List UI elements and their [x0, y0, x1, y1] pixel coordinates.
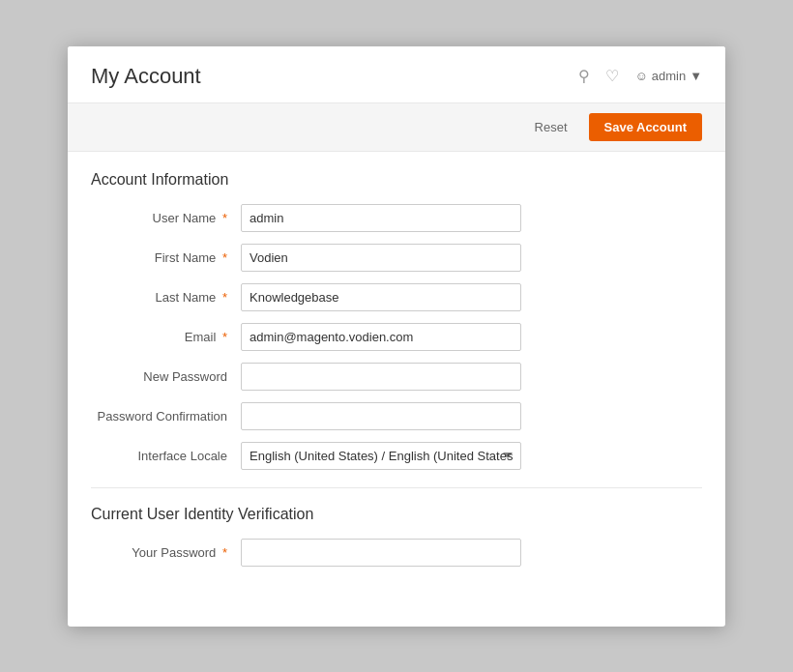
form-group-password-confirm: Password Confirmation: [91, 402, 702, 430]
page-title: My Account: [91, 64, 201, 89]
required-star: *: [222, 545, 227, 560]
required-star: *: [222, 250, 227, 265]
main-window: My Account ⚲ ♡ ☺ admin ▼ Reset Save Acco…: [68, 46, 725, 627]
admin-name: admin: [652, 69, 686, 83]
input-username[interactable]: [241, 204, 521, 232]
reset-button[interactable]: Reset: [523, 114, 579, 140]
header-actions: ⚲ ♡ ☺ admin ▼: [578, 67, 702, 85]
form-group-locale: Interface Locale English (United States)…: [91, 442, 702, 470]
form-group-email: Email *: [91, 323, 702, 351]
label-password-confirm: Password Confirmation: [91, 409, 241, 424]
verification-section: Current User Identity Verification Your …: [91, 506, 702, 567]
chevron-down-icon: ▼: [690, 69, 702, 83]
toolbar: Reset Save Account: [68, 103, 725, 152]
required-star: *: [222, 330, 227, 344]
label-current-password: Your Password *: [91, 545, 241, 560]
required-star: *: [222, 290, 227, 305]
label-email: Email *: [91, 330, 241, 344]
page-header: My Account ⚲ ♡ ☺ admin ▼: [68, 46, 725, 103]
save-button[interactable]: Save Account: [589, 113, 703, 141]
account-section: Account Information User Name * First Na…: [91, 171, 702, 470]
input-lastname[interactable]: [241, 283, 521, 311]
label-locale: Interface Locale: [91, 449, 241, 463]
input-new-password[interactable]: [241, 363, 521, 391]
input-current-password[interactable]: [241, 539, 521, 567]
user-icon: ☺: [634, 69, 647, 83]
form-content: Account Information User Name * First Na…: [68, 152, 725, 607]
label-new-password: New Password: [91, 369, 241, 384]
admin-menu[interactable]: ☺ admin ▼: [634, 69, 702, 83]
account-section-title: Account Information: [91, 171, 702, 189]
label-lastname: Last Name *: [91, 290, 241, 305]
verification-section-title: Current User Identity Verification: [91, 506, 702, 523]
input-password-confirm[interactable]: [241, 402, 521, 430]
label-username: User Name *: [91, 211, 241, 225]
form-group-current-password: Your Password *: [91, 539, 702, 567]
form-group-new-password: New Password: [91, 363, 702, 391]
select-locale[interactable]: English (United States) / English (Unite…: [241, 442, 521, 470]
form-group-username: User Name *: [91, 204, 702, 232]
search-icon[interactable]: ⚲: [578, 67, 590, 85]
input-firstname[interactable]: [241, 244, 521, 272]
form-group-lastname: Last Name *: [91, 283, 702, 311]
form-group-firstname: First Name *: [91, 244, 702, 272]
bell-icon[interactable]: ♡: [605, 67, 619, 85]
section-divider: [91, 487, 702, 488]
required-star: *: [222, 211, 227, 225]
label-firstname: First Name *: [91, 250, 241, 265]
input-email[interactable]: [241, 323, 521, 351]
